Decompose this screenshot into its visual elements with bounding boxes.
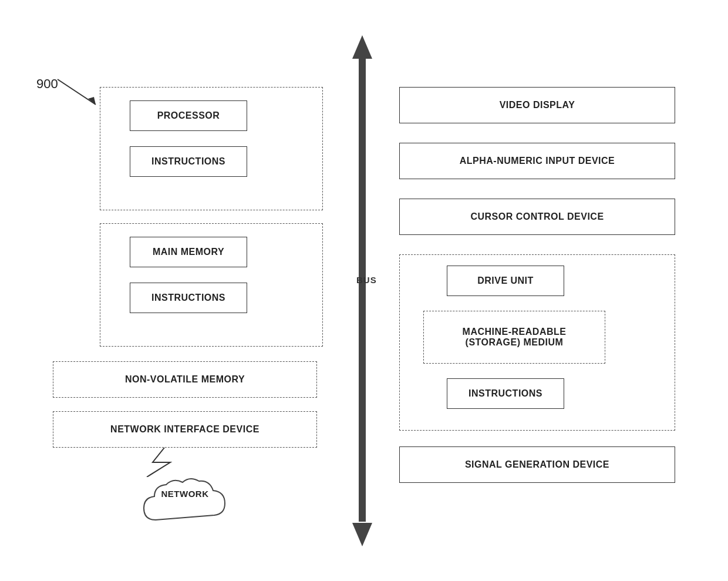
main-memory-group-box: MAIN MEMORY INSTRUCTIONS [100,223,323,347]
non-volatile-memory-box: NON-VOLATILE MEMORY [53,361,317,398]
processor-group-box: PROCESSOR INSTRUCTIONS [100,87,323,210]
svg-marker-2 [352,35,372,59]
machine-readable-label: MACHINE-READABLE (STORAGE) MEDIUM [463,327,567,348]
processor-instructions-label: INSTRUCTIONS [151,156,225,167]
alpha-numeric-box: ALPHA-NUMERIC INPUT DEVICE [399,143,675,179]
drive-unit-group-box: DRIVE UNIT MACHINE-READABLE (STORAGE) ME… [399,254,675,431]
bus-arrow [348,35,377,546]
drive-unit-label: DRIVE UNIT [477,276,534,286]
cursor-control-label: CURSOR CONTROL DEVICE [470,211,604,222]
network-interface-box: NETWORK INTERFACE DEVICE [53,411,317,448]
network-cloud-svg [138,473,232,538]
main-memory-instructions-label: INSTRUCTIONS [151,293,225,303]
signal-generation-box: SIGNAL GENERATION DEVICE [399,446,675,483]
svg-line-0 [58,79,96,105]
diagram: 900 PROCESSOR INSTRUCTIONS MAIN MEMORY I… [0,0,728,581]
network-cloud-container: NETWORK [129,464,241,546]
cursor-control-box: CURSOR CONTROL DEVICE [399,199,675,235]
drive-unit-box: DRIVE UNIT [447,266,564,296]
non-volatile-label: NON-VOLATILE MEMORY [125,374,245,385]
main-memory-box: MAIN MEMORY [130,237,247,267]
figure-arrow [52,76,105,109]
bus-label: BUS [356,275,377,285]
machine-readable-box: MACHINE-READABLE (STORAGE) MEDIUM [423,311,605,364]
processor-box: PROCESSOR [130,100,247,131]
drive-instructions-label: INSTRUCTIONS [469,388,542,399]
main-memory-label: MAIN MEMORY [153,247,224,257]
video-display-box: VIDEO DISPLAY [399,87,675,123]
svg-marker-4 [352,523,372,546]
svg-rect-3 [359,58,366,522]
network-label: NETWORK [129,489,241,499]
signal-gen-label: SIGNAL GENERATION DEVICE [465,459,609,470]
video-display-label: VIDEO DISPLAY [500,100,575,110]
processor-instructions-box: INSTRUCTIONS [130,146,247,177]
alpha-numeric-label: ALPHA-NUMERIC INPUT DEVICE [460,156,615,166]
network-interface-label: NETWORK INTERFACE DEVICE [110,424,259,435]
drive-instructions-box: INSTRUCTIONS [447,378,564,409]
processor-label: PROCESSOR [157,110,220,121]
main-memory-instructions-box: INSTRUCTIONS [130,283,247,313]
